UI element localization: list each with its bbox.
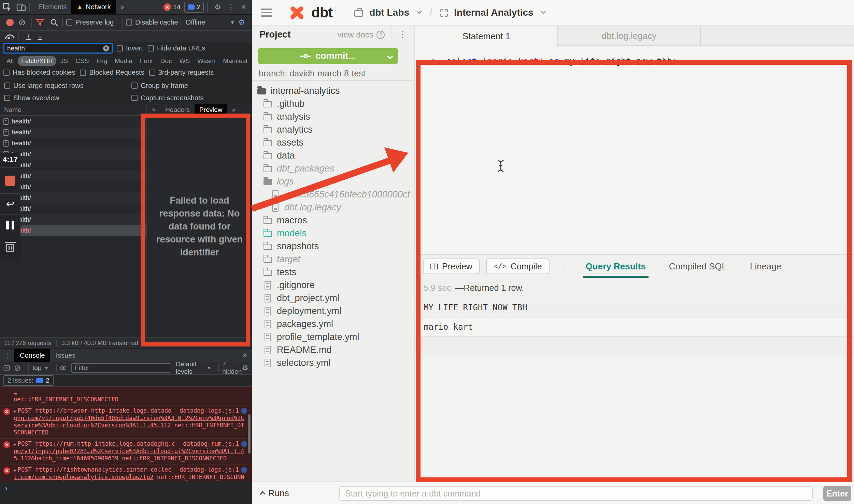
third-party-checkbox[interactable] <box>149 70 155 76</box>
tree-file-gitignore[interactable]: .gitignore <box>252 279 415 292</box>
capture-screenshots-checkbox[interactable] <box>131 95 138 101</box>
request-row[interactable]: health/ <box>0 127 146 138</box>
source-link[interactable]: datadog-logs.js:1 <box>180 466 239 473</box>
commit-dropdown-caret-icon[interactable] <box>387 54 393 59</box>
context-selector[interactable]: top <box>32 364 41 372</box>
chevron-down-icon[interactable] <box>417 9 422 14</box>
expand-triangle-icon[interactable]: ▶ <box>14 468 16 473</box>
source-link[interactable]: datadog-rum.js:1 <box>183 440 239 447</box>
info-icon[interactable]: i <box>241 441 247 447</box>
console-filter-input[interactable] <box>71 363 170 373</box>
filter-funnel-icon[interactable] <box>35 18 44 27</box>
console-scrollbar[interactable] <box>248 414 251 454</box>
request-row[interactable]: health/ <box>0 203 146 214</box>
throttling-select[interactable]: Offline <box>186 18 205 26</box>
tab-query-results[interactable]: Query Results <box>586 254 646 278</box>
request-row[interactable]: health/ <box>0 181 146 192</box>
close-detail-icon[interactable]: × <box>147 104 160 116</box>
expand-triangle-icon[interactable]: ▶ <box>14 442 16 447</box>
delete-recording-icon[interactable] <box>6 244 14 252</box>
filter-pill-img[interactable]: Img <box>93 56 110 66</box>
close-icon[interactable]: × <box>238 2 249 12</box>
request-row[interactable]: health/ <box>0 138 146 149</box>
issues-counter-button[interactable]: 2 Issues: 2 <box>3 375 54 386</box>
tree-folder-internal-analytics[interactable]: internal-analytics <box>252 84 415 97</box>
filter-pill-all[interactable]: All <box>3 56 17 66</box>
request-row[interactable]: health/ <box>0 149 146 160</box>
tree-folder-dbt-packages[interactable]: dbt_packages <box>252 162 415 175</box>
runs-toggle[interactable]: Runs <box>261 488 289 499</box>
filter-pill-wasm[interactable]: Wasm <box>194 56 218 66</box>
clear-filter-icon[interactable]: ✕ <box>103 45 109 51</box>
device-toolbar-icon[interactable] <box>16 3 26 12</box>
sql-editor[interactable]: 1 select 'mario kart' as my_life_right_n… <box>415 47 854 254</box>
filter-pill-ws[interactable]: WS <box>176 56 193 66</box>
tree-folder-analytics[interactable]: analytics <box>252 123 415 136</box>
tree-folder-models[interactable]: models <box>252 227 415 240</box>
info-icon[interactable]: i <box>241 467 247 473</box>
tab-console[interactable]: Console <box>14 349 50 362</box>
filter-pill-font[interactable]: Font <box>137 56 156 66</box>
tab-dbt-log-legacy[interactable]: dbt.log.legacy <box>558 26 701 46</box>
tree-folder-tests[interactable]: tests <box>252 266 415 279</box>
result-row[interactable]: mario kart <box>415 317 854 337</box>
disable-cache-checkbox[interactable] <box>126 19 132 26</box>
import-har-icon[interactable]: ↑ <box>26 32 31 40</box>
tree-folder-assets[interactable]: assets <box>252 136 415 149</box>
clear-icon[interactable]: ⊘ <box>16 17 28 28</box>
tree-file-selectors-yml[interactable]: selectors.yml <box>252 356 415 369</box>
project-selector[interactable]: Internal Analytics <box>454 7 533 18</box>
console-sidebar-icon[interactable] <box>3 364 10 372</box>
kebab-menu-icon[interactable]: ⋮ <box>224 3 238 12</box>
tree-folder-target[interactable]: target <box>252 253 415 266</box>
hamburger-menu-icon[interactable] <box>261 9 272 17</box>
tree-folder-snapshots[interactable]: snapshots <box>252 240 415 253</box>
tree-file-nfs-log[interactable]: .nfsc3665c416bfecb1000000cf <box>252 188 415 201</box>
tab-lineage[interactable]: Lineage <box>750 254 782 278</box>
request-row[interactable]: health/ <box>0 171 146 181</box>
tree-file-profile-template-yml[interactable]: profile_template.yml <box>252 330 415 343</box>
tab-compiled-sql[interactable]: Compiled SQL <box>669 254 727 278</box>
tree-file-deployment-yml[interactable]: deployment.yml <box>252 305 415 317</box>
tab-preview[interactable]: Preview <box>195 104 227 116</box>
invert-checkbox[interactable] <box>117 45 123 51</box>
console-settings-gear-icon[interactable]: ⚙ <box>242 364 248 372</box>
network-filter-input[interactable] <box>3 43 113 54</box>
filter-pill-doc[interactable]: Doc <box>157 56 175 66</box>
tab-statement-1[interactable]: Statement 1 <box>415 26 558 47</box>
hide-data-urls-checkbox[interactable] <box>148 45 154 51</box>
compile-button[interactable]: </> Compile <box>486 258 550 274</box>
live-expression-eye-icon[interactable] <box>60 365 67 371</box>
view-docs-link[interactable]: view docs ? <box>338 30 385 40</box>
filter-pill-manifest[interactable]: Manifest <box>220 56 251 66</box>
more-tabs-button[interactable]: » <box>116 0 129 14</box>
blocked-requests-checkbox[interactable] <box>80 70 86 76</box>
error-link[interactable]: … <box>14 389 17 396</box>
info-icon[interactable]: i <box>241 408 247 414</box>
tree-folder-macros[interactable]: macros <box>252 214 415 227</box>
tree-file-dbt-project-yml[interactable]: dbt_project.yml <box>252 292 415 305</box>
tree-folder-logs[interactable]: logs <box>252 175 415 188</box>
error-badge[interactable]: ✕ 14 <box>163 3 180 11</box>
network-settings-gear-icon[interactable]: ⚙ <box>235 18 248 27</box>
levels-select[interactable]: Default levels <box>176 360 204 375</box>
record-button[interactable] <box>6 19 14 26</box>
close-drawer-icon[interactable]: × <box>239 350 251 361</box>
search-icon[interactable] <box>50 18 59 27</box>
tab-elements[interactable]: Elements <box>33 0 71 14</box>
source-link[interactable]: datadog-logs.js:1 <box>180 407 239 414</box>
preserve-log-checkbox[interactable] <box>66 19 72 26</box>
sidebar-kebab-icon[interactable]: ⋮ <box>391 27 407 43</box>
enter-button[interactable]: Enter <box>823 486 851 501</box>
request-row-selected[interactable]: health/ <box>0 225 146 236</box>
tree-file-packages-yml[interactable]: packages.yml <box>252 317 415 330</box>
group-by-frame-checkbox[interactable] <box>131 83 138 89</box>
restart-recording-icon[interactable]: ↩ <box>6 199 14 209</box>
tree-folder-analysis[interactable]: analysis <box>252 110 415 123</box>
tab-network[interactable]: ▲ Network <box>71 0 115 14</box>
export-har-icon[interactable]: ↓ <box>38 32 42 40</box>
clear-console-icon[interactable]: ⊘ <box>10 363 25 373</box>
error-link[interactable]: https://fishtownanalytics.sinter-collect… <box>14 466 171 480</box>
tree-folder-github[interactable]: .github <box>252 97 415 110</box>
settings-gear-icon[interactable]: ⚙ <box>211 3 224 12</box>
